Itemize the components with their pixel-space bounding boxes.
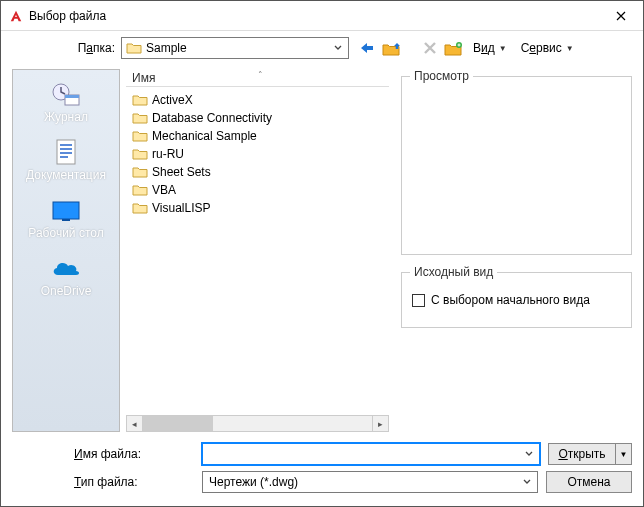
svg-rect-9: [53, 202, 79, 219]
file-select-dialog: Выбор файла Папка: Sample: [0, 0, 644, 507]
folder-dropdown[interactable]: Sample: [121, 37, 349, 59]
scroll-track[interactable]: [143, 415, 372, 432]
scroll-thumb[interactable]: [143, 416, 213, 431]
sort-indicator-icon: ˄: [258, 70, 263, 80]
caret-down-icon: ▼: [620, 450, 628, 459]
filetype-combo[interactable]: Чертежи (*.dwg): [202, 471, 538, 493]
folder-icon: [132, 111, 148, 125]
file-item[interactable]: ru-RU: [130, 145, 389, 163]
svg-rect-5: [60, 144, 72, 146]
places-bar: Журнал Документация Рабочий стол OneDriv…: [12, 69, 120, 432]
documents-icon: [49, 138, 83, 168]
titlebar: Выбор файла: [1, 1, 643, 31]
bottom-controls: Имя файла: Открыть ▼ Тип файла: Чертежи …: [1, 436, 643, 506]
place-onedrive[interactable]: OneDrive: [13, 250, 119, 306]
folder-icon: [132, 93, 148, 107]
filetype-label: Тип файла:: [12, 475, 194, 489]
desktop-icon: [49, 196, 83, 226]
place-documents[interactable]: Документация: [13, 134, 119, 190]
file-name: ru-RU: [152, 147, 184, 161]
caret-down-icon: ▼: [566, 44, 574, 53]
chevron-down-icon: [519, 479, 535, 485]
cancel-button[interactable]: Отмена: [546, 471, 632, 493]
file-name: VisualLISP: [152, 201, 210, 215]
svg-rect-6: [60, 148, 72, 150]
preview-legend: Просмотр: [410, 69, 473, 83]
list-header[interactable]: Имя ˄: [126, 69, 389, 87]
folder-icon: [132, 129, 148, 143]
chevron-down-icon: [521, 451, 537, 457]
svg-rect-10: [62, 219, 70, 221]
folder-label: Папка:: [1, 41, 121, 55]
dialog-body: Журнал Документация Рабочий стол OneDriv…: [1, 65, 643, 436]
autocad-app-icon: [9, 9, 23, 23]
file-list-pane: Имя ˄ ActiveXDatabase ConnectivityMechan…: [126, 69, 389, 432]
file-item[interactable]: Mechanical Sample: [130, 127, 389, 145]
file-list[interactable]: ActiveXDatabase ConnectivityMechanical S…: [126, 87, 389, 415]
chevron-down-icon: [330, 45, 346, 51]
preview-group: Просмотр: [401, 69, 632, 255]
scroll-left-button[interactable]: ◂: [126, 415, 143, 432]
svg-rect-3: [65, 95, 79, 98]
toolbar-icons: Вид ▼ Сервис ▼: [357, 39, 578, 57]
filename-label: Имя файла:: [12, 447, 194, 461]
file-name: ActiveX: [152, 93, 193, 107]
svg-rect-8: [60, 156, 68, 158]
filename-combo[interactable]: [202, 443, 540, 465]
folder-icon: [132, 147, 148, 161]
file-item[interactable]: Database Connectivity: [130, 109, 389, 127]
file-item[interactable]: VBA: [130, 181, 389, 199]
delete-icon[interactable]: [423, 41, 437, 55]
origin-checkbox-row: С выбором начального вида: [410, 285, 623, 321]
folder-icon: [132, 165, 148, 179]
svg-rect-7: [60, 152, 72, 154]
scroll-right-button[interactable]: ▸: [372, 415, 389, 432]
folder-dropdown-value: Sample: [142, 41, 330, 55]
filetype-value: Чертежи (*.dwg): [209, 475, 519, 489]
open-button[interactable]: Открыть: [548, 443, 616, 465]
place-desktop[interactable]: Рабочий стол: [13, 192, 119, 248]
folder-icon: [126, 41, 142, 55]
toolbar: Папка: Sample: [1, 31, 643, 65]
origin-group: Исходный вид С выбором начального вида: [401, 265, 632, 328]
onedrive-icon: [49, 254, 83, 284]
place-history[interactable]: Журнал: [13, 76, 119, 132]
horizontal-scrollbar[interactable]: ◂ ▸: [126, 415, 389, 432]
window-title: Выбор файла: [29, 9, 598, 23]
close-button[interactable]: [598, 1, 643, 30]
service-menu[interactable]: Сервис ▼: [517, 41, 578, 55]
column-name: Имя: [126, 71, 155, 85]
starting-view-checkbox[interactable]: [412, 294, 425, 307]
open-button-dropdown[interactable]: ▼: [616, 443, 632, 465]
view-menu[interactable]: Вид ▼: [469, 41, 511, 55]
caret-down-icon: ▼: [499, 44, 507, 53]
file-name: Mechanical Sample: [152, 129, 257, 143]
file-name: VBA: [152, 183, 176, 197]
origin-legend: Исходный вид: [410, 265, 497, 279]
history-icon: [49, 80, 83, 110]
new-folder-icon[interactable]: [443, 39, 463, 57]
file-item[interactable]: Sheet Sets: [130, 163, 389, 181]
starting-view-label: С выбором начального вида: [431, 293, 590, 307]
folder-icon: [132, 201, 148, 215]
up-folder-icon[interactable]: [381, 39, 401, 57]
file-item[interactable]: ActiveX: [130, 91, 389, 109]
right-pane: Просмотр Исходный вид С выбором начально…: [395, 69, 632, 432]
back-icon[interactable]: [357, 40, 375, 56]
folder-icon: [132, 183, 148, 197]
file-name: Database Connectivity: [152, 111, 272, 125]
file-name: Sheet Sets: [152, 165, 211, 179]
file-item[interactable]: VisualLISP: [130, 199, 389, 217]
